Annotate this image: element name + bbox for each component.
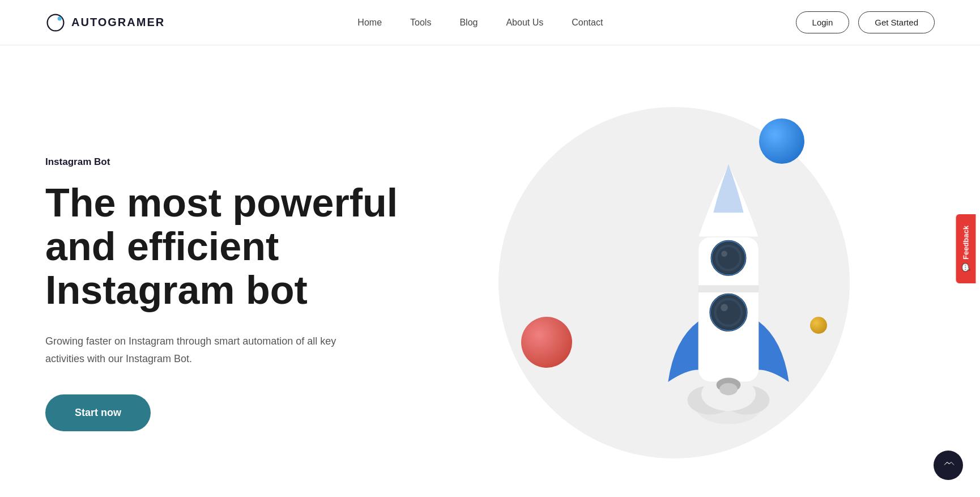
nav-actions: Login Get Started (796, 11, 935, 33)
rocket-svg (638, 152, 819, 424)
svg-point-9 (718, 247, 739, 269)
hero-illustration (414, 84, 935, 481)
svg-rect-17 (698, 285, 759, 292)
navbar: AUTOGRAMER Home Tools Blog About Us Cont… (0, 0, 980, 45)
hero-content: Instagram Bot The most powerful and effi… (45, 134, 414, 431)
nav-item-home[interactable]: Home (357, 18, 382, 28)
hero-description: Growing faster on Instagram through smar… (45, 333, 363, 367)
login-button[interactable]: Login (796, 11, 850, 33)
get-started-button[interactable]: Get Started (858, 11, 935, 33)
logo-icon (45, 12, 66, 33)
start-now-button[interactable]: Start now (45, 394, 151, 431)
svg-point-14 (717, 300, 741, 324)
nav-item-blog[interactable]: Blog (459, 18, 478, 28)
orb-red (521, 317, 572, 368)
svg-point-0 (48, 14, 64, 31)
feedback-button[interactable]: 💬 Feedback (956, 214, 976, 283)
hero-title: The most powerful and efficient Instagra… (45, 181, 414, 312)
nav-item-contact[interactable]: Contact (572, 18, 603, 28)
messenger-icon (940, 456, 956, 475)
logo[interactable]: AUTOGRAMER (45, 12, 165, 33)
svg-point-15 (721, 304, 728, 311)
nav-item-tools[interactable]: Tools (410, 18, 431, 28)
hero-subtitle: Instagram Bot (45, 156, 414, 168)
svg-point-10 (721, 250, 727, 257)
rocket-illustration (638, 152, 819, 424)
svg-point-19 (719, 383, 738, 395)
hero-circle-bg (498, 107, 850, 458)
feedback-label: Feedback (962, 226, 970, 260)
hero-section: Instagram Bot The most powerful and effi… (0, 45, 980, 497)
svg-point-1 (58, 16, 62, 20)
nav-links: Home Tools Blog About Us Contact (357, 18, 603, 28)
feedback-chat-icon: 💬 (962, 262, 970, 271)
nav-item-about[interactable]: About Us (506, 18, 543, 28)
logo-text: AUTOGRAMER (71, 16, 165, 29)
messenger-button[interactable] (934, 451, 963, 480)
